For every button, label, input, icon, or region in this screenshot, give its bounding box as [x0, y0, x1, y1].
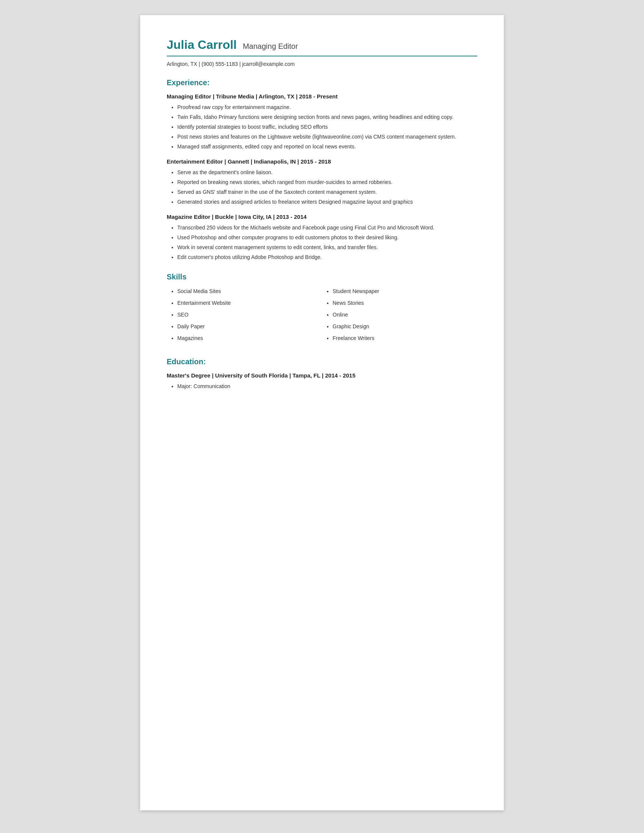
skills-grid: Social Media Sites Entertainment Website… [167, 287, 477, 346]
skill-item: SEO [177, 311, 322, 319]
contact-info: Arlington, TX | (900) 555-1183 | jcarrol… [167, 61, 477, 67]
job-header-3: Magazine Editor | Buckle | Iowa City, IA… [167, 214, 477, 220]
edu-entry-1: Master's Degree | University of South Fl… [167, 372, 477, 391]
education-section: Education: Master's Degree | University … [167, 357, 477, 391]
header-divider [167, 56, 477, 56]
skills-section-title: Skills [167, 273, 477, 281]
skills-left-column: Social Media Sites Entertainment Website… [167, 287, 322, 346]
job-entry-3: Magazine Editor | Buckle | Iowa City, IA… [167, 214, 477, 261]
bullet: Work in several content management syste… [177, 243, 477, 251]
bullet: Used Photoshop and other computer progra… [177, 234, 477, 241]
bullet: Twin Falls, Idaho Primary functions were… [177, 113, 477, 121]
candidate-job-title: Managing Editor [243, 42, 298, 51]
edu-header-1: Master's Degree | University of South Fl… [167, 372, 477, 379]
edu-bullets-1: Major: Communication [167, 383, 477, 391]
bullet: Served as GNS' staff trainer in the use … [177, 188, 477, 196]
skill-item: Graphic Design [333, 323, 477, 331]
candidate-name: Julia Carroll [167, 38, 237, 52]
bullet: Proofread raw copy for entertainment mag… [177, 103, 477, 111]
skill-item: Online [333, 311, 477, 319]
experience-section-title: Experience: [167, 78, 477, 87]
bullet: Transcribed 250 videos for the Michaels … [177, 224, 477, 232]
resume-page: Julia Carroll Managing Editor Arlington,… [140, 15, 504, 810]
skill-item: Magazines [177, 334, 322, 342]
job-entry-2: Entertainment Editor | Gannett | Indiana… [167, 158, 477, 206]
job-header-2: Entertainment Editor | Gannett | Indiana… [167, 158, 477, 165]
job-entry-1: Managing Editor | Tribune Media | Arling… [167, 93, 477, 151]
bullet: Edit customer's photos utilizing Adobe P… [177, 253, 477, 261]
job-bullets-1: Proofread raw copy for entertainment mag… [167, 103, 477, 151]
bullet: Identify potential strategies to boost t… [177, 123, 477, 131]
skills-section: Skills Social Media Sites Entertainment … [167, 273, 477, 346]
header-section: Julia Carroll Managing Editor Arlington,… [167, 38, 477, 67]
bullet: Managed staff assignments, edited copy a… [177, 143, 477, 151]
job-header-1: Managing Editor | Tribune Media | Arling… [167, 93, 477, 100]
bullet: Reported on breaking news stories, which… [177, 178, 477, 186]
job-bullets-3: Transcribed 250 videos for the Michaels … [167, 224, 477, 261]
skill-item: Freelance Writers [333, 334, 477, 342]
name-title-row: Julia Carroll Managing Editor [167, 38, 477, 52]
bullet: Post news stories and features on the Li… [177, 133, 477, 141]
skill-item: Social Media Sites [177, 287, 322, 295]
experience-section: Experience: Managing Editor | Tribune Me… [167, 78, 477, 261]
job-bullets-2: Serve as the department's online liaison… [167, 169, 477, 206]
skill-item: Entertainment Website [177, 299, 322, 307]
education-section-title: Education: [167, 357, 477, 366]
skill-item: News Stories [333, 299, 477, 307]
skill-item: Student Newspaper [333, 287, 477, 295]
bullet: Serve as the department's online liaison… [177, 169, 477, 177]
skill-item: Daily Paper [177, 323, 322, 331]
edu-bullet: Major: Communication [177, 383, 477, 391]
skills-right-column: Student Newspaper News Stories Online Gr… [322, 287, 477, 346]
bullet: Generated stories and assigned articles … [177, 198, 477, 206]
